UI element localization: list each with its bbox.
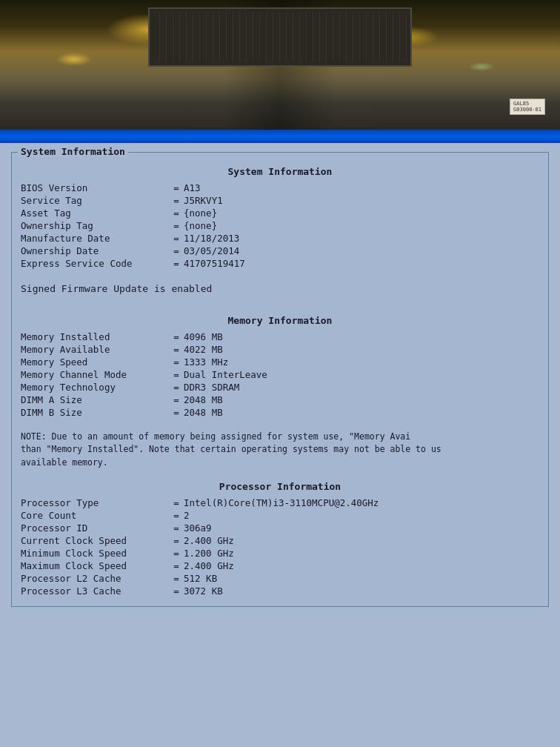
field-value: 03/05/2014 [184,245,539,257]
table-row: DIMM A Size = 2048 MB [21,394,539,406]
table-row: Processor Type = Intel(R)Core(TM)i3-3110… [21,497,539,509]
field-label: Service Tag [21,194,169,207]
field-label: Maximum Clock Speed [21,560,169,572]
table-row: Ownership Tag = {none} [21,219,539,232]
field-label: Memory Available [21,343,169,356]
table-row: Memory Speed = 1333 MHz [21,356,539,368]
table-row: Processor ID = 306a9 [21,522,539,534]
field-value: A13 [184,182,539,194]
field-value: 11/18/2013 [184,232,539,245]
field-value: 306a9 [184,522,539,534]
field-value: {none} [184,219,539,232]
table-row: DIMM B Size = 2048 MB [21,406,539,419]
field-value: 2048 MB [184,406,539,419]
field-label: Asset Tag [21,207,169,219]
system-info-header: System Information [21,166,539,177]
field-label: DIMM A Size [21,394,169,406]
table-row: Ownership Date = 03/05/2014 [21,245,539,257]
field-value: {none} [184,207,539,219]
field-label: BIOS Version [21,182,169,194]
table-row: BIOS Version = A13 [21,182,539,194]
field-label: Ownership Date [21,245,169,257]
field-label: Manufacture Date [21,232,169,245]
table-row: Asset Tag = {none} [21,207,539,219]
system-info-table: BIOS Version = A13 Service Tag = J5RKVY1… [21,182,539,270]
field-label: Current Clock Speed [21,534,169,547]
field-label: Ownership Tag [21,219,169,232]
circuit-board [148,7,412,67]
field-label: Processor L2 Cache [21,572,169,585]
field-value: 4022 MB [184,343,539,356]
field-value: 2048 MB [184,394,539,406]
table-row: Core Count = 2 [21,509,539,522]
table-row: Processor L3 Cache = 3072 KB [21,585,539,597]
field-value: 1.200 GHz [184,547,539,560]
sticker-label: GAL85 G03000-01 [510,99,545,115]
system-info-box: System Information System Information BI… [11,152,549,607]
field-value: 2.400 GHz [184,560,539,572]
table-row: Service Tag = J5RKVY1 [21,194,539,207]
field-label: Processor ID [21,522,169,534]
box-title-label: System Information [18,146,128,157]
table-row: Maximum Clock Speed = 2.400 GHz [21,560,539,572]
table-row: Express Service Code = 41707519417 [21,257,539,270]
field-label: Memory Installed [21,331,169,343]
memory-info-table: Memory Installed = 4096 MB Memory Availa… [21,331,539,419]
field-value: 512 KB [184,572,539,585]
field-value: 2.400 GHz [184,534,539,547]
field-value: Dual InterLeave [184,368,539,381]
field-value: 4096 MB [184,331,539,343]
processor-info-header: Processor Information [21,481,539,492]
field-value: Intel(R)Core(TM)i3-3110MCPU@2.40GHz [184,497,539,509]
field-value: 2 [184,509,539,522]
field-value: 3072 KB [184,585,539,597]
field-value: 1333 MHz [184,356,539,368]
field-label: Core Count [21,509,169,522]
field-label: Memory Speed [21,356,169,368]
table-row: Memory Available = 4022 MB [21,343,539,356]
table-row: Memory Channel Mode = Dual InterLeave [21,368,539,381]
field-label: Memory Channel Mode [21,368,169,381]
field-label: Express Service Code [21,257,169,270]
table-row: Current Clock Speed = 2.400 GHz [21,534,539,547]
memory-note: NOTE: Due to an amount of memory being a… [21,431,539,469]
field-label: Processor L3 Cache [21,585,169,597]
table-row: Minimum Clock Speed = 1.200 GHz [21,547,539,560]
signed-firmware-text: Signed Firmware Update is enabled [21,283,539,294]
field-label: DIMM B Size [21,406,169,419]
memory-info-header: Memory Information [21,315,539,326]
field-label: Minimum Clock Speed [21,547,169,560]
field-label: Processor Type [21,497,169,509]
processor-info-table: Processor Type = Intel(R)Core(TM)i3-3110… [21,497,539,597]
field-value: 41707519417 [184,257,539,270]
table-row: Manufacture Date = 11/18/2013 [21,232,539,245]
table-row: Processor L2 Cache = 512 KB [21,572,539,585]
hardware-photo-top: GAL85 G03000-01 [0,0,560,130]
blue-separator-bar [0,130,560,143]
table-row: Memory Technology = DDR3 SDRAM [21,381,539,394]
bios-screen: System Information System Information BI… [0,143,560,747]
field-value: J5RKVY1 [184,194,539,207]
field-value: DDR3 SDRAM [184,381,539,394]
table-row: Memory Installed = 4096 MB [21,331,539,343]
field-label: Memory Technology [21,381,169,394]
